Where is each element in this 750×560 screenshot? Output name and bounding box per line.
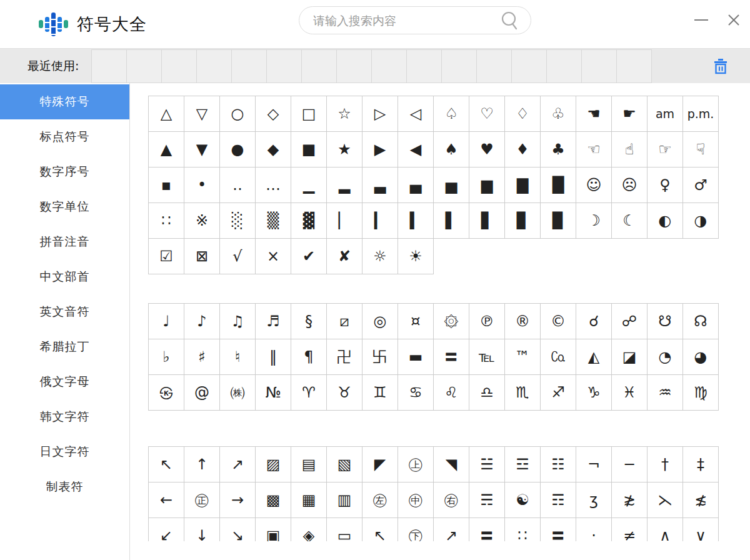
symbol-cell[interactable]: ▎ [362,202,398,239]
sidebar-item-6[interactable]: 英文音符 [0,294,129,329]
symbol-cell[interactable]: ★ [326,131,362,168]
symbol-cell[interactable]: ▬ [398,339,434,375]
recent-slot[interactable] [231,49,267,83]
symbol-cell[interactable]: ▭ [326,518,362,541]
symbol-cell[interactable]: ▊ [504,202,541,239]
symbol-cell[interactable]: ℗ [469,303,505,339]
symbol-cell[interactable]: ‥ [219,167,256,203]
symbol-cell[interactable]: ♫ [219,303,256,339]
symbol-cell[interactable]: ≴ [682,482,719,518]
symbol-cell[interactable]: ㊤ [398,446,434,482]
recent-slot[interactable] [126,49,162,83]
symbol-cell[interactable]: ▋ [469,202,505,239]
symbol-cell[interactable]: ¤ [398,303,434,339]
symbol-cell[interactable]: ♓ [611,374,648,411]
symbol-cell[interactable]: □ [291,96,327,132]
symbol-cell[interactable]: ◑ [682,202,719,239]
symbol-cell[interactable]: ↗ [433,518,469,541]
symbol-cell[interactable]: ↗ [219,446,256,482]
symbol-cell[interactable]: ♐ [540,374,576,411]
symbol-cell[interactable]: ⧄ [326,303,362,339]
sidebar-item-10[interactable]: 日文字符 [0,434,129,469]
symbol-cell[interactable]: ☆ [326,96,362,132]
symbol-cell[interactable]: ♋ [398,374,434,411]
sidebar-item-2[interactable]: 数字序号 [0,154,129,189]
symbol-cell[interactable]: ▍ [398,202,434,239]
symbol-cell[interactable]: ▦ [291,482,327,518]
symbol-cell[interactable]: ☲ [504,446,541,482]
symbol-cell[interactable]: ♧ [540,96,576,132]
symbol-cell[interactable]: ㊦ [398,518,434,541]
symbol-cell[interactable]: ▂ [326,167,362,203]
symbol-cell[interactable]: ¶ [291,339,327,375]
symbol-cell[interactable]: ↑ [184,446,220,482]
clear-recent-button[interactable] [711,57,730,76]
sidebar-item-8[interactable]: 俄文字母 [0,364,129,399]
symbol-cell[interactable]: § [291,303,327,339]
sidebar-item-5[interactable]: 中文部首 [0,259,129,294]
symbol-cell[interactable]: ≵ [611,482,648,518]
symbol-cell[interactable]: ▤ [291,446,327,482]
symbol-cell[interactable]: ◥ [433,446,469,482]
symbol-cell[interactable]: ▣ [255,518,291,541]
symbol-cell[interactable]: • [184,167,220,203]
symbol-cell[interactable]: ♂ [682,167,719,203]
symbol-cell[interactable]: ㊥ [398,482,434,518]
symbol-cell[interactable]: ☜ [576,131,612,168]
symbol-cell[interactable]: ◀ [398,131,434,168]
symbol-cell[interactable]: ≠ [611,518,648,541]
symbol-cell[interactable]: ─ [611,446,648,482]
symbol-cell[interactable]: ♦ [504,131,541,168]
symbol-cell[interactable]: ㊣ [184,482,220,518]
symbol-cell[interactable]: ® [504,303,541,339]
symbol-cell[interactable]: ▨ [255,446,291,482]
symbol-cell[interactable]: ∷ [504,518,541,541]
symbol-cell[interactable]: ♯ [184,339,220,375]
symbol-cell[interactable]: © [540,303,576,339]
symbol-cell[interactable]: ◈ [291,518,327,541]
symbol-cell[interactable]: ▓ [291,202,327,239]
symbol-cell[interactable]: △ [148,96,184,132]
symbol-cell[interactable]: ☯ [504,482,541,518]
symbol-cell[interactable]: ◎ [362,303,398,339]
symbol-cell[interactable]: ✘ [326,238,362,274]
sidebar-item-1[interactable]: 标点符号 [0,119,129,154]
symbol-cell[interactable]: ♎ [469,374,505,411]
symbol-cell[interactable]: ☺ [576,167,612,203]
symbol-cell[interactable]: ♑ [576,374,612,411]
symbol-cell[interactable]: ▼ [184,131,220,168]
symbol-cell[interactable]: ◆ [255,131,291,168]
symbol-cell[interactable]: ← [148,482,184,518]
symbol-cell[interactable]: ♌ [433,374,469,411]
symbol-cell[interactable]: ♮ [219,339,256,375]
symbol-cell[interactable]: ♬ [255,303,291,339]
symbol-cell[interactable]: @ [184,374,220,411]
symbol-cell[interactable]: ☀ [398,238,434,274]
symbol-cell[interactable]: ▲ [148,131,184,168]
symbol-cell[interactable]: · [576,518,612,541]
symbol-cell[interactable]: ∷ [148,202,184,239]
symbol-cell[interactable]: am [647,96,683,132]
recent-slot[interactable] [581,49,617,83]
symbol-cell[interactable]: p.m. [682,96,719,132]
recent-slot[interactable] [91,49,127,83]
symbol-cell[interactable]: ◭ [576,339,612,375]
sidebar-item-7[interactable]: 希腊拉丁 [0,329,129,364]
symbol-cell[interactable]: ↓ [184,518,220,541]
symbol-cell[interactable]: 〓 [433,339,469,375]
symbol-cell[interactable]: 卍 [326,339,362,375]
symbol-cell[interactable]: ▄ [398,167,434,203]
symbol-cell[interactable]: ▌ [433,202,469,239]
sidebar-item-9[interactable]: 韩文字符 [0,399,129,434]
symbol-cell[interactable]: ▽ [184,96,220,132]
symbol-cell[interactable]: ↖ [148,446,184,482]
symbol-cell[interactable]: ㏇ [540,339,576,375]
sidebar-item-4[interactable]: 拼音注音 [0,224,129,259]
symbol-cell[interactable]: ☹ [611,167,648,203]
symbol-cell[interactable]: ◁ [398,96,434,132]
symbol-cell[interactable]: ☾ [611,202,648,239]
symbol-cell[interactable]: ♉ [326,374,362,411]
symbol-cell[interactable]: ◐ [647,202,683,239]
symbol-cell[interactable]: ☞ [647,131,683,168]
recent-slot[interactable] [511,49,547,83]
